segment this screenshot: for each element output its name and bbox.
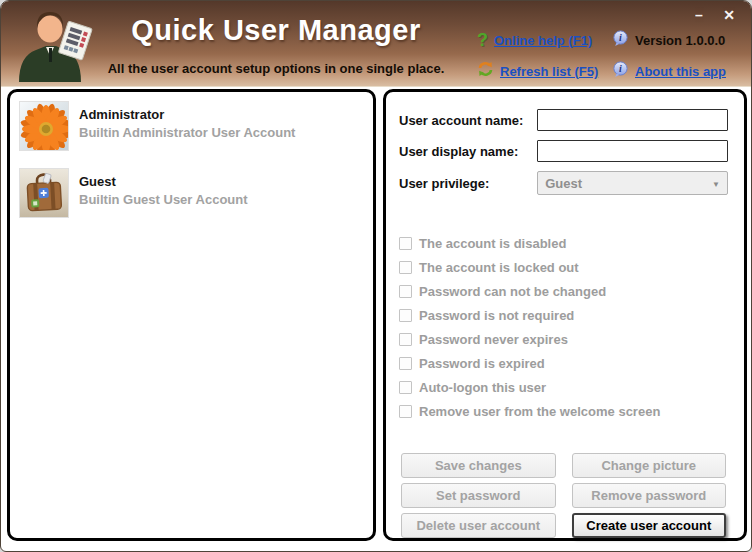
privilege-select[interactable]: Guest ▼ <box>537 171 728 195</box>
refresh-list-row: Refresh list (F5) <box>477 62 598 80</box>
account-name-row: User account name: <box>399 109 728 131</box>
checkbox-label: Password is expired <box>419 356 545 371</box>
checkbox-label: Password is not required <box>419 308 574 323</box>
close-button[interactable]: ✕ <box>719 7 739 23</box>
app-title: Quick User Manager <box>104 14 448 47</box>
privilege-selected-value: Guest <box>545 176 582 191</box>
user-list-item-administrator[interactable]: Administrator Builtin Administrator User… <box>16 99 367 153</box>
checkbox-password-expired[interactable]: Password is expired <box>399 351 728 375</box>
user-name: Guest <box>79 174 248 189</box>
account-name-input[interactable] <box>537 109 728 131</box>
create-user-account-button[interactable]: Create user account <box>572 513 727 538</box>
account-form-panel: User account name: User display name: Us… <box>383 89 747 541</box>
administrator-avatar <box>20 102 68 150</box>
set-password-button[interactable]: Set password <box>401 483 556 508</box>
user-name: Administrator <box>79 107 295 122</box>
help-question-icon: ? <box>477 32 488 48</box>
online-help-row: ? Online help (F1) <box>477 31 592 49</box>
action-buttons-grid: Save changes Change picture Set password… <box>399 453 728 538</box>
checkbox-label: The account is locked out <box>419 260 579 275</box>
user-list-panel: Administrator Builtin Administrator User… <box>7 89 376 541</box>
checkbox-label: Auto-logon this user <box>419 380 546 395</box>
display-name-label: User display name: <box>399 144 537 159</box>
info-icon: i <box>612 30 629 51</box>
checkbox-box[interactable] <box>399 261 412 274</box>
user-description: Builtin Guest User Account <box>79 192 248 207</box>
display-name-input[interactable] <box>537 140 728 162</box>
account-options-group: The account is disabled The account is l… <box>399 231 728 423</box>
user-list-item-guest[interactable]: Guest Builtin Guest User Account <box>16 166 367 220</box>
privilege-row: User privilege: Guest ▼ <box>399 171 728 195</box>
save-changes-button[interactable]: Save changes <box>401 453 556 478</box>
checkbox-box[interactable] <box>399 381 412 394</box>
checkbox-account-disabled[interactable]: The account is disabled <box>399 231 728 255</box>
checkbox-label: The account is disabled <box>419 236 566 251</box>
app-window: Quick User Manager All the user account … <box>0 0 752 552</box>
checkbox-remove-from-welcome-screen[interactable]: Remove user from the welcome screen <box>399 399 728 423</box>
checkbox-box[interactable] <box>399 333 412 346</box>
checkbox-box[interactable] <box>399 405 412 418</box>
checkbox-box[interactable] <box>399 309 412 322</box>
info-icon: i <box>612 61 629 82</box>
remove-password-button[interactable]: Remove password <box>572 483 727 508</box>
chevron-down-icon: ▼ <box>712 180 720 189</box>
checkbox-label: Remove user from the welcome screen <box>419 404 660 419</box>
checkbox-auto-logon[interactable]: Auto-logon this user <box>399 375 728 399</box>
svg-text:i: i <box>619 63 622 74</box>
app-subtitle: All the user account setup options in on… <box>89 61 463 76</box>
change-picture-button[interactable]: Change picture <box>572 453 727 478</box>
checkbox-box[interactable] <box>399 237 412 250</box>
online-help-link[interactable]: Online help (F1) <box>494 33 592 48</box>
checkbox-password-not-required[interactable]: Password is not required <box>399 303 728 327</box>
minimize-button[interactable]: – <box>689 7 709 23</box>
app-header: Quick User Manager All the user account … <box>1 1 751 87</box>
account-name-label: User account name: <box>399 113 537 128</box>
about-row: i About this app <box>612 62 726 80</box>
refresh-list-link[interactable]: Refresh list (F5) <box>500 64 598 79</box>
checkbox-password-never-expires[interactable]: Password never expires <box>399 327 728 351</box>
version-row: i Version 1.0.0.0 <box>612 31 725 49</box>
refresh-icon <box>477 61 494 81</box>
about-link[interactable]: About this app <box>635 64 726 79</box>
user-description: Builtin Administrator User Account <box>79 125 295 140</box>
app-logo-icon <box>9 4 101 86</box>
checkbox-password-cannot-change[interactable]: Password can not be changed <box>399 279 728 303</box>
checkbox-box[interactable] <box>399 357 412 370</box>
checkbox-account-locked-out[interactable]: The account is locked out <box>399 255 728 279</box>
delete-user-account-button[interactable]: Delete user account <box>401 513 556 538</box>
svg-text:i: i <box>619 32 622 43</box>
checkbox-box[interactable] <box>399 285 412 298</box>
privilege-label: User privilege: <box>399 176 537 191</box>
guest-avatar <box>20 169 68 217</box>
display-name-row: User display name: <box>399 140 728 162</box>
checkbox-label: Password never expires <box>419 332 568 347</box>
version-text: Version 1.0.0.0 <box>635 33 725 48</box>
checkbox-label: Password can not be changed <box>419 284 606 299</box>
